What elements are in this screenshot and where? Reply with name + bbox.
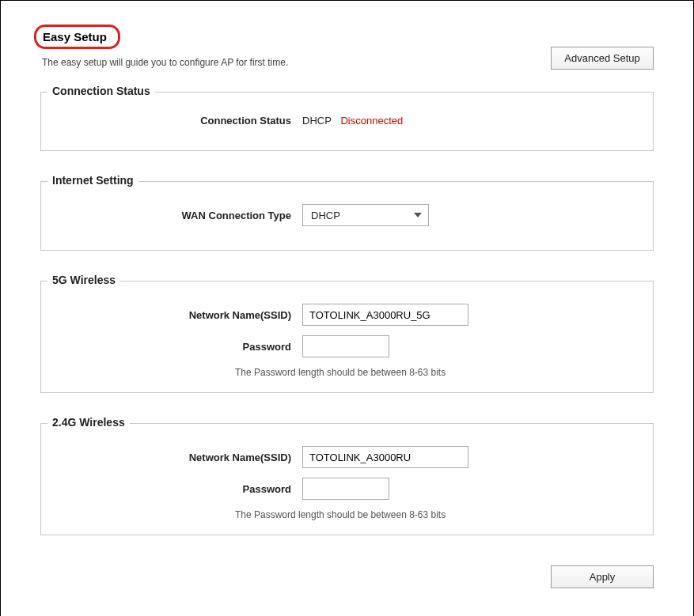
ssid-24g-input[interactable] [302, 446, 468, 468]
wireless-24g-legend: 2.4G Wireless [47, 416, 130, 429]
advanced-setup-button[interactable]: Advanced Setup [551, 47, 654, 70]
ssid-5g-label: Network Name(SSID) [57, 309, 302, 321]
wan-type-label: WAN Connection Type [57, 210, 302, 221]
connection-status-section: Connection Status Connection Status DHCP… [40, 92, 654, 151]
internet-setting-legend: Internet Setting [47, 174, 138, 187]
wan-type-select[interactable]: DHCP [302, 204, 429, 226]
wan-type-value-cell: DHCP [302, 204, 637, 226]
footer-row: Apply [40, 565, 654, 588]
connection-status-value: DHCP Disconnected [302, 115, 637, 127]
connection-status-row: Connection Status DHCP Disconnected [57, 115, 637, 127]
password-24g-cell [302, 478, 637, 500]
ssid-24g-row: Network Name(SSID) [57, 446, 637, 468]
chevron-down-icon [414, 213, 422, 217]
ssid-5g-input[interactable] [302, 304, 468, 326]
wireless-5g-section: 5G Wireless Network Name(SSID) Password … [40, 281, 654, 393]
password-5g-hint: The Password length should be between 8-… [235, 367, 637, 378]
wireless-24g-section: 2.4G Wireless Network Name(SSID) Passwor… [40, 423, 654, 535]
wan-type-row: WAN Connection Type DHCP [57, 204, 637, 226]
ssid-5g-cell [302, 304, 637, 326]
password-5g-row: Password [57, 335, 637, 357]
password-5g-input[interactable] [302, 335, 389, 357]
easy-setup-page: Easy Setup The easy setup will guide you… [0, 0, 694, 616]
page-title: Easy Setup [43, 30, 107, 43]
apply-button[interactable]: Apply [551, 565, 654, 588]
connection-mode-text: DHCP [302, 115, 332, 127]
password-24g-input[interactable] [302, 478, 389, 500]
ssid-24g-cell [302, 446, 637, 468]
header-left: Easy Setup The easy setup will guide you… [40, 25, 551, 68]
password-24g-hint: The Password length should be between 8-… [235, 509, 637, 520]
ssid-5g-row: Network Name(SSID) [57, 304, 637, 326]
header-row: Easy Setup The easy setup will guide you… [40, 25, 654, 70]
password-5g-cell [302, 335, 637, 357]
internet-setting-section: Internet Setting WAN Connection Type DHC… [40, 181, 654, 251]
wan-type-selected-text: DHCP [311, 210, 340, 221]
password-24g-row: Password [57, 478, 637, 500]
password-5g-label: Password [57, 341, 302, 353]
ssid-24g-label: Network Name(SSID) [57, 452, 302, 463]
title-highlight: Easy Setup [34, 25, 120, 49]
connection-status-legend: Connection Status [47, 85, 155, 97]
wireless-5g-legend: 5G Wireless [47, 274, 120, 286]
password-24g-label: Password [57, 483, 302, 495]
connection-status-label: Connection Status [57, 115, 302, 127]
connection-state-text: Disconnected [340, 115, 403, 127]
page-subtitle: The easy setup will guide you to configu… [42, 57, 551, 68]
